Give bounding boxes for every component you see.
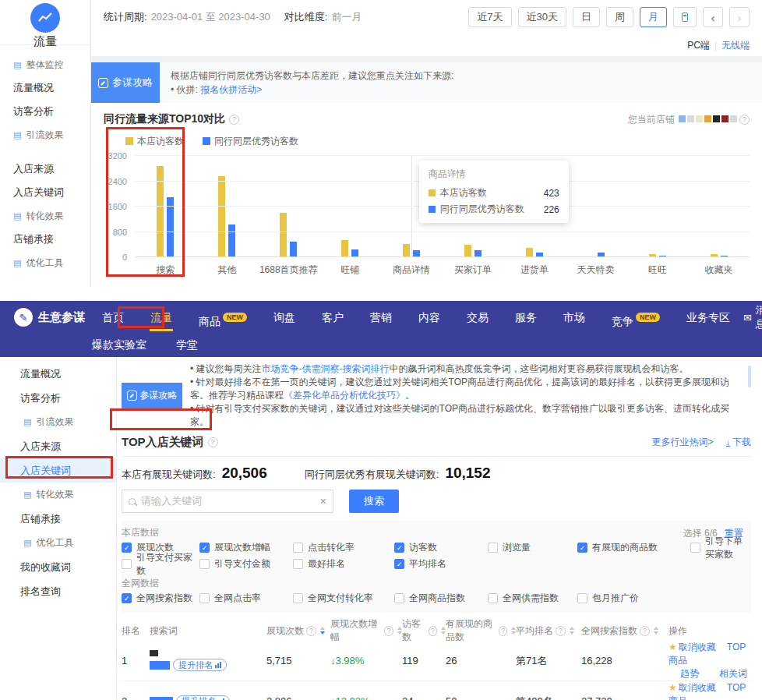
nav-item-竞争[interactable]: 竞争NEW xyxy=(598,301,673,334)
sort-control[interactable] xyxy=(320,627,325,635)
nav-item-流量[interactable]: 流量 xyxy=(137,301,185,334)
checkbox[interactable]: ✓ xyxy=(394,543,404,553)
nav-item-爆款实验室[interactable]: 爆款实验室 xyxy=(92,338,146,352)
legend-item-同行同层优秀访客数[interactable]: 同行同层优秀访客数 xyxy=(203,135,298,148)
messages-button[interactable]: ✉ 消息 xyxy=(743,303,762,331)
sidebar-item-排名查询[interactable]: 排名查询 xyxy=(0,579,116,603)
filter-checkbox-引导支付金额[interactable]: 引导支付金额 xyxy=(199,556,293,572)
next-period-button[interactable]: › xyxy=(729,7,750,27)
checkbox[interactable]: ✓ xyxy=(577,543,587,553)
help-icon[interactable]: ? xyxy=(640,626,650,636)
help-icon[interactable]: ? xyxy=(429,626,437,636)
advisor-scrollbar[interactable] xyxy=(748,366,751,387)
sidebar-item-引流效果[interactable]: ▤引流效果 xyxy=(0,410,116,434)
checkbox[interactable] xyxy=(293,593,303,603)
tp-sidebar-item-引流效果[interactable]: ▤引流效果 xyxy=(0,123,90,147)
checkbox[interactable] xyxy=(690,543,700,553)
column-header-平均排名[interactable]: 平均排名? xyxy=(516,624,581,638)
checkbox[interactable] xyxy=(577,593,587,603)
advisor-link[interactable]: 《差异化单品分析优化技巧》 xyxy=(284,390,405,401)
checkbox[interactable]: ✓ xyxy=(199,543,210,553)
trend-link[interactable]: 趋势 xyxy=(680,668,699,679)
tp-sidebar-item-访客分析[interactable]: 访客分析 xyxy=(0,100,90,123)
filter-checkbox-包月推广价[interactable]: 包月推广价 xyxy=(577,590,690,606)
nav-item-营销[interactable]: 营销 xyxy=(357,301,405,334)
nav-item-交易[interactable]: 交易 xyxy=(453,301,502,334)
checkbox[interactable] xyxy=(293,559,303,569)
nav-item-市场[interactable]: 市场 xyxy=(550,301,598,334)
checkbox[interactable] xyxy=(293,543,303,553)
filter-checkbox-展现次数增幅[interactable]: ✓展现次数增幅 xyxy=(199,539,293,556)
sidebar-item-访客分析[interactable]: 访客分析 xyxy=(0,386,116,410)
help-icon[interactable]: ? xyxy=(556,626,566,636)
filter-checkbox-点击转化率[interactable]: 点击转化率 xyxy=(293,539,394,556)
column-header-访客数[interactable]: 访客数? xyxy=(402,617,446,644)
filter-checkbox-平均排名[interactable]: ✓平均排名 xyxy=(394,556,488,572)
tp-sidebar-item-转化效果[interactable]: ▤转化效果 xyxy=(0,204,90,228)
device-wireless-link[interactable]: 无线端 xyxy=(721,39,750,52)
search-input[interactable]: 请输入关键词 × xyxy=(122,490,333,513)
range-button-近7天[interactable]: 近7天 xyxy=(468,7,511,27)
range-button-日[interactable]: 日 xyxy=(573,7,600,27)
filter-checkbox-引导支付买家数[interactable]: 引导支付买家数 xyxy=(122,556,199,572)
nav-item-询盘[interactable]: 询盘 xyxy=(260,301,309,334)
more-hot-words-link[interactable]: 更多行业热词> xyxy=(651,436,713,449)
device-pc[interactable]: PC端 xyxy=(687,39,710,52)
help-icon[interactable]: ? xyxy=(208,437,218,447)
legend-item-本店访客数[interactable]: 本店访客数 xyxy=(125,135,184,148)
tp-sidebar-item-入店关键词[interactable]: 入店关键词 xyxy=(0,181,90,204)
related-words-link[interactable]: 相关词 xyxy=(719,668,747,679)
help-icon[interactable]: ? xyxy=(306,626,316,636)
tp-sidebar-item-优化工具[interactable]: ▤优化工具 xyxy=(0,251,90,274)
checkbox[interactable] xyxy=(199,593,210,603)
range-button-近30天[interactable]: 近30天 xyxy=(518,7,566,27)
tp-sidebar-item-流量概况[interactable]: 流量概况 xyxy=(0,76,90,100)
sidebar-item-流量概况[interactable]: 流量概况 xyxy=(0,362,116,386)
filter-checkbox-访客数[interactable]: ✓访客数 xyxy=(394,539,488,556)
clear-icon[interactable]: × xyxy=(320,495,326,507)
column-header-有展现的商品数[interactable]: 有展现的商品数? xyxy=(446,617,516,644)
filter-checkbox-全网商品指数[interactable]: 全网商品指数 xyxy=(394,590,488,606)
huopin-signup-link[interactable]: 报名伙拼活动> xyxy=(200,84,262,95)
filter-checkbox-全网搜索指数[interactable]: ✓全网搜索指数 xyxy=(122,590,199,606)
help-icon[interactable]: ? xyxy=(229,115,239,125)
help-icon[interactable]: ? xyxy=(384,626,393,636)
help-icon[interactable]: ? xyxy=(739,115,750,125)
sidebar-item-入店来源[interactable]: 入店来源 xyxy=(0,434,116,458)
boost-rank-button[interactable]: 提升排名 xyxy=(176,695,230,700)
unfavorite-link[interactable]: 取消收藏 xyxy=(679,682,716,693)
column-header-全网搜索指数[interactable]: 全网搜索指数? xyxy=(581,624,669,638)
range-button-月[interactable]: 月 xyxy=(640,7,667,27)
tp-sidebar-item-整体监控[interactable]: ▤整体监控 xyxy=(0,53,90,76)
filter-checkbox-浏览量[interactable]: 浏览量 xyxy=(488,539,577,556)
filter-checkbox-引导下单买家数[interactable]: 引导下单买家数 xyxy=(690,539,743,556)
unfavorite-link[interactable]: 取消收藏 xyxy=(679,642,716,652)
sort-control[interactable] xyxy=(654,627,658,635)
nav-item-服务[interactable]: 服务 xyxy=(502,301,550,334)
nav-item-内容[interactable]: 内容 xyxy=(405,301,453,334)
checkbox[interactable] xyxy=(199,559,210,569)
checkbox[interactable] xyxy=(488,593,498,603)
search-button[interactable]: 搜索 xyxy=(349,490,399,513)
boost-rank-button[interactable]: 提升排名 xyxy=(173,659,227,671)
nav-item-学堂[interactable]: 学堂 xyxy=(176,338,198,352)
nav-item-商品[interactable]: 商品NEW xyxy=(185,301,260,334)
tp-sidebar-item-入店来源[interactable]: 入店来源 xyxy=(0,157,90,181)
nav-item-首页[interactable]: 首页 xyxy=(89,301,137,334)
checkbox[interactable] xyxy=(122,559,132,569)
prev-period-button[interactable]: ‹ xyxy=(703,7,723,27)
column-header-展现次数[interactable]: 展现次数? xyxy=(266,624,330,638)
brand[interactable]: ✎ 生意参谋 xyxy=(14,308,89,327)
filter-checkbox-最好排名[interactable]: 最好排名 xyxy=(293,556,394,572)
advisor-link[interactable]: 市场竞争-供需洞察-搜索词排行 xyxy=(262,363,390,374)
tp-sidebar-item-店铺承接[interactable]: 店铺承接 xyxy=(0,228,90,251)
reset-link[interactable]: 重置 xyxy=(725,528,743,539)
sidebar-item-优化工具[interactable]: ▤优化工具 xyxy=(0,531,116,555)
sidebar-item-我的收藏词[interactable]: 我的收藏词 xyxy=(0,555,116,579)
filter-checkbox-全网供需指数[interactable]: 全网供需指数 xyxy=(488,590,577,606)
download-button[interactable]: ↓ 下载 xyxy=(726,436,752,449)
checkbox[interactable] xyxy=(394,593,404,603)
help-icon[interactable]: ? xyxy=(499,626,507,636)
range-button-周[interactable]: 周 xyxy=(606,7,633,27)
sidebar-item-店铺承接[interactable]: 店铺承接 xyxy=(0,507,116,531)
